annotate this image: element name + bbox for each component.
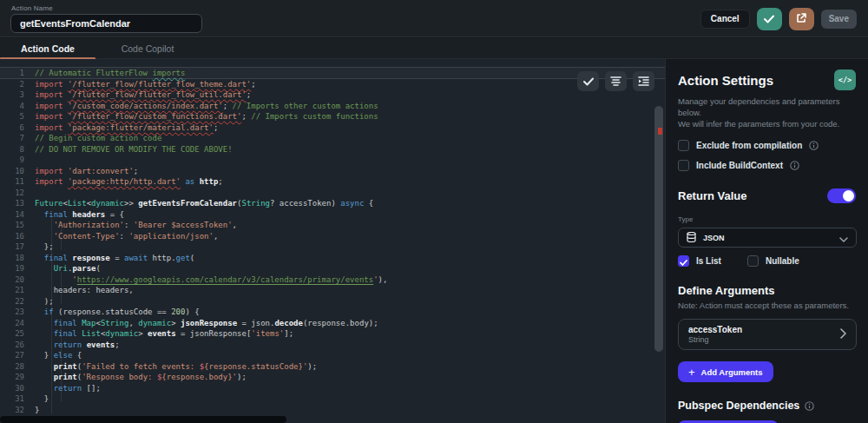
- code-line[interactable]: 12: [0, 188, 665, 199]
- code-line[interactable]: 26 return events;: [0, 340, 665, 351]
- info-icon[interactable]: [809, 141, 819, 150]
- code-line[interactable]: 16 'Content-Type': 'application/json',: [0, 231, 665, 242]
- code-text: return events;: [35, 340, 120, 351]
- code-text: final Map<String, dynamic> jsonResponse …: [35, 318, 378, 329]
- return-type-dropdown[interactable]: JSON: [678, 228, 857, 248]
- indent-code-button[interactable]: [633, 71, 654, 91]
- code-text: }: [35, 393, 49, 405]
- code-line[interactable]: 25 final List<dynamic> events = jsonResp…: [0, 328, 665, 340]
- code-line[interactable]: 32}: [0, 405, 665, 416]
- tab-code-copilot[interactable]: Code Copilot: [95, 38, 200, 59]
- horizontal-scrollbar-thumb[interactable]: [0, 416, 286, 423]
- code-line[interactable]: 31 }: [0, 393, 665, 405]
- code-text: import 'package:flutter/material.dart';: [35, 122, 218, 134]
- code-line[interactable]: 10import 'dart:convert';: [0, 166, 665, 177]
- return-value-toggle[interactable]: [827, 188, 856, 203]
- code-line[interactable]: 15 'Authorization': 'Bearer $accessToken…: [0, 220, 665, 231]
- code-line[interactable]: 30 return [];: [0, 383, 665, 394]
- code-line[interactable]: 14 final headers = {: [0, 209, 665, 221]
- code-editor[interactable]: 1// Automatic FlutterFlow imports2import…: [0, 59, 665, 423]
- code-line[interactable]: 6import 'package:flutter/material.dart';: [0, 122, 665, 134]
- is-list-checkbox[interactable]: [678, 255, 689, 267]
- code-text: 'Content-Type': 'application/json',: [35, 231, 218, 242]
- argument-card-accessToken[interactable]: accessTokenString: [678, 319, 857, 350]
- type-label: Type: [678, 215, 856, 223]
- code-text: }: [35, 405, 39, 416]
- line-number: 16: [0, 231, 35, 242]
- code-text: };: [35, 241, 54, 253]
- code-text: return [];: [35, 383, 101, 394]
- code-line[interactable]: 7// Begin custom action code: [0, 133, 665, 144]
- code-text: headers: headers,: [35, 285, 134, 296]
- line-number: 2: [0, 79, 35, 90]
- code-line[interactable]: 18 final response = await http.get(: [0, 253, 665, 264]
- code-button[interactable]: </>: [834, 69, 856, 90]
- info-icon[interactable]: [790, 161, 799, 170]
- exclude-from-compilation-checkbox[interactable]: [678, 140, 689, 151]
- code-text: import '/flutter_flow/custom_functions.d…: [35, 111, 378, 122]
- code-line[interactable]: 4import '/custom_code/actions/index.dart…: [0, 101, 665, 112]
- code-text: if (response.statusCode == 200) {: [35, 307, 200, 318]
- pubspec-title: Pubspec Dependencies: [678, 400, 799, 412]
- checkbox-label: Exclude from compilation: [696, 141, 802, 150]
- line-number: 14: [0, 209, 35, 221]
- open-in-window-button[interactable]: [789, 8, 814, 30]
- code-line[interactable]: 21 headers: headers,: [0, 285, 665, 296]
- horizontal-scrollbar[interactable]: [0, 415, 665, 423]
- database-icon: [687, 230, 696, 246]
- code-icon: </>: [838, 76, 852, 84]
- code-line[interactable]: 8// DO NOT REMOVE OR MODIFY THE CODE ABO…: [0, 144, 665, 155]
- code-line[interactable]: 29 print('Response body: ${response.body…: [0, 372, 665, 383]
- code-line[interactable]: 3import '/flutter_flow/flutter_flow_util…: [0, 89, 665, 101]
- action-settings-panel: Action Settings </> Manage your dependen…: [665, 59, 868, 423]
- vertical-scrollbar[interactable]: [654, 59, 664, 423]
- line-number: 26: [0, 340, 35, 351]
- confirm-button[interactable]: [757, 8, 782, 30]
- error-marker: [658, 128, 662, 135]
- cancel-button[interactable]: Cancel: [700, 10, 750, 29]
- code-line[interactable]: 28 print('Failed to fetch events: ${resp…: [0, 361, 665, 373]
- line-number: 4: [0, 101, 35, 112]
- action-name-input[interactable]: [10, 14, 202, 33]
- code-line[interactable]: 23 if (response.statusCode == 200) {: [0, 307, 665, 318]
- code-line[interactable]: 2import '/flutter_flow/flutter_flow_them…: [0, 79, 665, 90]
- code-line[interactable]: 13Future<List<dynamic>> getEventsFromCal…: [0, 198, 665, 209]
- save-button[interactable]: Save: [821, 10, 857, 29]
- line-number: 3: [0, 89, 35, 101]
- code-line[interactable]: 19 Uri.parse(: [0, 263, 665, 274]
- nullable-checkbox[interactable]: [747, 255, 759, 267]
- line-number: 5: [0, 111, 35, 122]
- add-arguments-button[interactable]: + Add Arguments: [678, 361, 773, 382]
- line-number: 15: [0, 220, 35, 231]
- code-line[interactable]: 17 };: [0, 241, 665, 253]
- code-line[interactable]: 9: [0, 155, 665, 166]
- line-number: 27: [0, 350, 35, 361]
- compile-check-button[interactable]: [577, 71, 599, 91]
- panel-title: Action Settings: [678, 73, 773, 88]
- code-line[interactable]: 1// Automatic FlutterFlow imports: [0, 67, 665, 79]
- top-bar: Action Name Cancel Save: [0, 0, 868, 37]
- define-arguments-title: Define Arguments: [678, 284, 856, 297]
- code-line[interactable]: 20 'https://www.googleapis.com/calendar/…: [0, 274, 665, 286]
- line-number: 13: [0, 198, 35, 209]
- code-line[interactable]: 24 final Map<String, dynamic> jsonRespon…: [0, 318, 665, 329]
- code-line[interactable]: 22 );: [0, 296, 665, 307]
- vertical-scrollbar-thumb[interactable]: [654, 106, 663, 352]
- format-indent-icon: [638, 76, 649, 86]
- code-line[interactable]: 27 } else {: [0, 350, 665, 361]
- code-text: );: [35, 296, 54, 307]
- info-icon[interactable]: [805, 401, 814, 411]
- line-number: 7: [0, 133, 35, 144]
- argument-type: String: [688, 335, 840, 344]
- format-code-button[interactable]: [605, 71, 627, 91]
- nullable-label: Nullable: [766, 256, 799, 266]
- argument-name: accessToken: [688, 325, 840, 334]
- line-number: 20: [0, 274, 35, 286]
- line-number: 10: [0, 166, 35, 177]
- include-buildcontext-checkbox[interactable]: [678, 160, 689, 171]
- return-value-title: Return Value: [678, 189, 746, 202]
- tab-action-code[interactable]: Action Code: [0, 38, 95, 59]
- code-text: // Automatic FlutterFlow imports: [35, 68, 185, 78]
- code-line[interactable]: 11import 'package:http/http.dart' as htt…: [0, 176, 665, 188]
- code-line[interactable]: 5import '/flutter_flow/custom_functions.…: [0, 111, 665, 122]
